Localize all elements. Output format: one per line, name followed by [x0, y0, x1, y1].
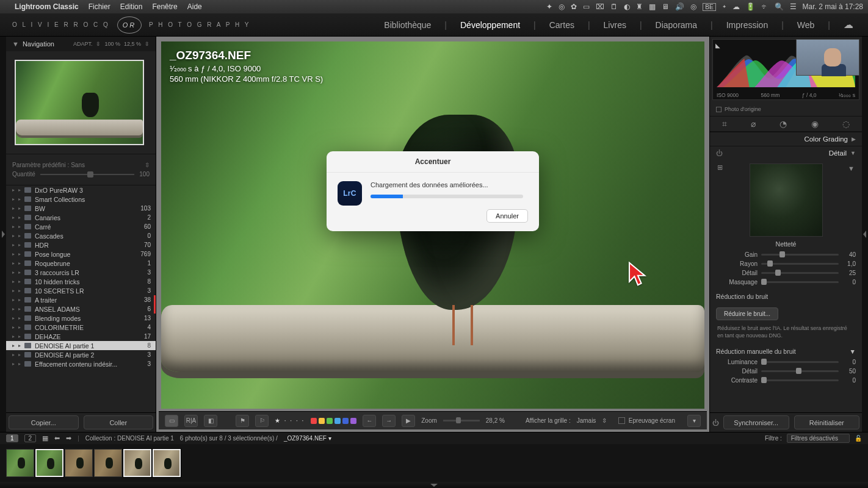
panel-visibility-icon[interactable]: ⏻: [716, 149, 723, 157]
loupe-view-icon[interactable]: ▭: [165, 415, 178, 427]
panel-color-grading[interactable]: Color Grading ▶: [710, 132, 862, 146]
module-developpement[interactable]: Développement: [458, 20, 523, 30]
redeye-tool-icon[interactable]: ◉: [811, 119, 819, 129]
status-icon[interactable]: ⌧: [596, 2, 604, 11]
collection-item[interactable]: ▸▸Canaries2: [6, 213, 156, 222]
color-label-dot[interactable]: [319, 418, 325, 424]
cloud-sync-icon[interactable]: ☁: [841, 19, 856, 30]
navigator-preview[interactable]: [15, 60, 144, 145]
filter-dropdown[interactable]: Filtres désactivés: [787, 434, 850, 443]
sync-switch-icon[interactable]: ⏻: [710, 413, 721, 432]
search-icon[interactable]: 🔍: [775, 2, 784, 11]
battery-icon[interactable]: 🔋: [746, 2, 755, 11]
collection-item[interactable]: ▸▸DxO PureRAW 3: [6, 185, 156, 195]
collection-item[interactable]: ▸▸Pose longue769: [6, 249, 156, 259]
right-rail[interactable]: [862, 37, 868, 432]
preset-qty-slider[interactable]: [40, 174, 135, 175]
left-rail[interactable]: [0, 37, 6, 432]
collection-item[interactable]: ▸▸3 raccourcis LR3: [6, 268, 156, 277]
monitor-1[interactable]: 1: [6, 434, 18, 442]
nm-contrast-slider[interactable]: [761, 379, 839, 381]
filmstrip-thumb[interactable]: [65, 449, 93, 477]
status-icon[interactable]: ✿: [571, 2, 577, 11]
grid-value[interactable]: Jamais: [577, 417, 596, 424]
filmstrip-thumb[interactable]: [123, 449, 151, 477]
status-icon[interactable]: ▭: [583, 2, 590, 11]
reset-button[interactable]: Réinitialiser: [794, 415, 860, 429]
navigator-header[interactable]: ▼ Navigation ADAPT.⇳ 100 % 12,5 %⇳: [6, 37, 156, 51]
collection-item[interactable]: ▸▸A traiter38: [6, 295, 156, 304]
bluetooth-icon[interactable]: ᛭: [722, 2, 726, 11]
menu-fichier[interactable]: Fichier: [89, 2, 110, 11]
menu-edition[interactable]: Edition: [120, 2, 143, 11]
nav-back-icon[interactable]: ⬅: [54, 434, 60, 442]
module-web[interactable]: Web: [795, 20, 817, 30]
filmstrip-thumb[interactable]: [94, 449, 122, 477]
detail-preview[interactable]: [750, 163, 823, 237]
nav-fwd-icon[interactable]: ➡: [66, 434, 71, 442]
original-checkbox[interactable]: [716, 107, 722, 112]
color-label-dot[interactable]: [311, 418, 317, 424]
collection-item[interactable]: ▸▸Blending modes13: [6, 314, 156, 323]
module-cartes[interactable]: Cartes: [547, 20, 577, 30]
app-name[interactable]: Lightroom Classic: [15, 2, 79, 11]
menu-aide[interactable]: Aide: [187, 2, 202, 11]
control-center-icon[interactable]: ☰: [790, 2, 797, 11]
collection-item[interactable]: ▸▸DENOISE AI partie 23: [6, 350, 156, 359]
menu-fenetre[interactable]: Fenêtre: [152, 2, 177, 11]
flag-icon[interactable]: ⚑: [236, 415, 249, 427]
collection-item[interactable]: ▸▸HDR70: [6, 240, 156, 249]
paste-button[interactable]: Coller: [84, 415, 154, 429]
filmstrip-thumb[interactable]: [6, 449, 34, 477]
original-photo-toggle[interactable]: Photo d'origine: [710, 102, 862, 116]
collection-item[interactable]: ▸▸BW103: [6, 204, 156, 213]
status-icon[interactable]: ◎: [559, 2, 565, 11]
filmstrip-thumb[interactable]: [35, 449, 63, 477]
denoise-button[interactable]: Réduire le bruit...: [716, 307, 778, 320]
zoom-12-5[interactable]: 12,5 %: [124, 41, 141, 47]
softproof-checkbox[interactable]: [618, 417, 625, 424]
status-icon[interactable]: ▦: [649, 2, 656, 11]
collection-item[interactable]: ▸▸Carré60: [6, 222, 156, 231]
status-icon[interactable]: 🗒: [610, 2, 618, 11]
monitor-2[interactable]: 2: [24, 434, 37, 442]
clock[interactable]: Mar. 2 mai à 17:28: [803, 2, 863, 11]
compare-split-icon[interactable]: ◧: [204, 415, 217, 427]
filmstrip[interactable]: [0, 444, 868, 482]
heal-tool-icon[interactable]: ⌀: [751, 119, 756, 129]
wifi-icon[interactable]: ᯤ: [761, 2, 769, 11]
nm-detail-slider[interactable]: [761, 370, 839, 372]
collection-item[interactable]: ▸▸10 SECRETS LR3: [6, 286, 156, 295]
filmstrip-thumb[interactable]: [153, 449, 181, 477]
fit-label[interactable]: ADAPT.: [73, 41, 93, 47]
crop-tool-icon[interactable]: ⌗: [722, 119, 727, 129]
lum-slider[interactable]: [761, 361, 839, 363]
color-label-dot[interactable]: [335, 418, 341, 424]
module-livres[interactable]: Livres: [601, 20, 629, 30]
detail-zoom-target-icon[interactable]: ⊞: [717, 163, 723, 171]
sound-icon[interactable]: 🔊: [675, 2, 684, 11]
gain-slider[interactable]: [761, 254, 839, 256]
collection-item[interactable]: ▸▸DEHAZE17: [6, 332, 156, 341]
color-labels[interactable]: [311, 418, 356, 424]
module-impression[interactable]: Impression: [724, 20, 770, 30]
status-icon[interactable]: ♜: [636, 2, 643, 11]
zoom-100[interactable]: 100 %: [104, 41, 120, 47]
color-label-dot[interactable]: [327, 418, 333, 424]
before-after-icon[interactable]: R|A: [184, 415, 198, 427]
collection-item[interactable]: ▸▸Smart Collections: [6, 195, 156, 204]
filter-lock-icon[interactable]: 🔓: [855, 435, 862, 442]
rayon-slider[interactable]: [761, 263, 839, 265]
mask-slider[interactable]: [761, 281, 839, 283]
noise-manual-header[interactable]: Réduction manuelle du bruit ▼: [710, 348, 862, 355]
detail-slider[interactable]: [761, 272, 839, 274]
collection-item[interactable]: ▸▸Effacement contenu indésir...3: [6, 359, 156, 368]
sync-icon[interactable]: ☁: [732, 2, 740, 11]
module-diaporama[interactable]: Diaporama: [653, 20, 700, 30]
color-label-dot[interactable]: [350, 418, 356, 424]
current-photo-name[interactable]: _OZ97364.NEF ▾: [284, 435, 331, 442]
collection-item[interactable]: ▸▸DENOISE AI partie 18: [6, 341, 156, 350]
collection-path[interactable]: Collection : DENOISE AI partie 1: [85, 435, 174, 442]
collection-item[interactable]: ▸▸COLORIMETRIE4: [6, 323, 156, 332]
flag-reject-icon[interactable]: ⚐: [255, 415, 269, 427]
